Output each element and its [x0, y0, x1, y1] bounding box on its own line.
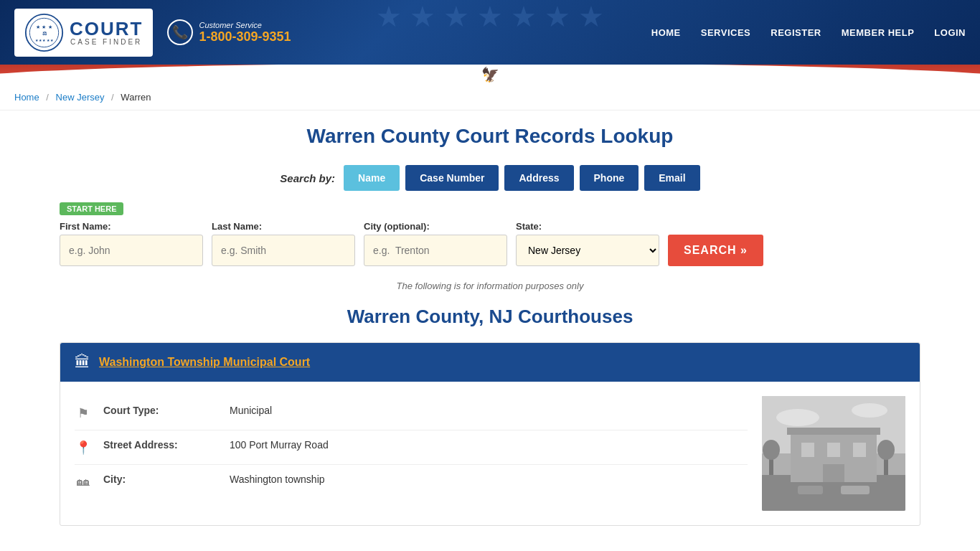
info-note: The following is for information purpose…	[60, 281, 920, 291]
header-left: ★ ★ ★ ⚖ ★ ★ ★ ★ ★ COURT CASE FINDER 📞 Cu…	[14, 9, 291, 57]
nav-member-help[interactable]: MEMBER HELP	[842, 27, 915, 38]
svg-text:★ ★ ★ ★ ★: ★ ★ ★ ★ ★	[35, 39, 54, 42]
breadcrumb: Home / New Jersey / Warren	[0, 85, 980, 110]
court-type-value: Municipal	[230, 405, 272, 416]
site-header: ★ ★ ★ ★ ★ ★ ★ ★ ★ ★ ⚖ ★ ★ ★ ★ ★ COURT CA…	[0, 0, 980, 65]
street-label: Street Address:	[103, 439, 218, 451]
state-group: State: New Jersey	[516, 221, 659, 266]
svg-rect-11	[787, 428, 880, 435]
search-by-row: Search by: Name Case Number Address Phon…	[60, 165, 920, 191]
courthouse-details: ⚑ Court Type: Municipal 📍 Street Address…	[75, 396, 748, 511]
arc-banner: ★ ★ ★ 🦅 ★ ★ ★	[0, 65, 980, 85]
start-here-badge: START HERE	[60, 202, 123, 215]
eagle-icon: 🦅	[481, 66, 499, 83]
logo-seal-icon: ★ ★ ★ ⚖ ★ ★ ★ ★ ★	[24, 13, 64, 52]
svg-point-17	[763, 440, 780, 460]
breadcrumb-sep-2: /	[111, 92, 114, 103]
first-name-label: First Name:	[60, 221, 203, 232]
svg-rect-12	[801, 443, 814, 457]
logo-text: COURT CASE FINDER	[70, 19, 143, 46]
court-type-row: ⚑ Court Type: Municipal	[75, 396, 748, 430]
logo-court-label: COURT	[70, 19, 143, 38]
svg-point-8	[852, 403, 887, 418]
customer-service: 📞 Customer Service 1-800-309-9351	[167, 19, 291, 45]
svg-rect-14	[853, 443, 866, 457]
last-name-input[interactable]	[212, 235, 355, 266]
header-stars-decoration: ★ ★ ★ ★ ★ ★ ★	[376, 0, 605, 33]
nav-login[interactable]: LOGIN	[934, 27, 966, 38]
court-type-icon: ⚑	[75, 405, 92, 421]
first-name-group: First Name:	[60, 221, 203, 266]
courthouse-building-icon: 🏛	[75, 353, 90, 372]
courthouse-header: 🏛 Washington Township Municipal Court	[60, 343, 920, 382]
search-button[interactable]: SEARCH »	[668, 235, 763, 266]
tab-email[interactable]: Email	[644, 165, 699, 191]
breadcrumb-state[interactable]: New Jersey	[56, 92, 105, 103]
city-group: City (optional):	[364, 221, 507, 266]
tab-address[interactable]: Address	[504, 165, 573, 191]
svg-point-19	[877, 440, 895, 460]
logo-container: ★ ★ ★ ⚖ ★ ★ ★ ★ ★ COURT CASE FINDER	[14, 9, 153, 57]
courthouse-body: ⚑ Court Type: Municipal 📍 Street Address…	[60, 382, 920, 525]
city-row: 🏘 City: Washington township	[75, 465, 748, 498]
breadcrumb-county: Warren	[121, 92, 151, 103]
nav-services[interactable]: SERVICES	[701, 27, 751, 38]
svg-rect-13	[827, 443, 840, 457]
svg-text:⚖: ⚖	[42, 30, 47, 37]
breadcrumb-home[interactable]: Home	[14, 92, 39, 103]
breadcrumb-sep-1: /	[46, 92, 49, 103]
svg-rect-15	[823, 464, 844, 482]
main-nav: HOME SERVICES REGISTER MEMBER HELP LOGIN	[651, 27, 966, 38]
nav-register[interactable]: REGISTER	[771, 27, 821, 38]
city-detail-value: Washington township	[230, 474, 325, 485]
city-icon: 🏘	[75, 474, 92, 489]
nav-home[interactable]: HOME	[651, 27, 681, 38]
main-content: Warren County Court Records Lookup Searc…	[31, 110, 949, 551]
last-name-group: Last Name:	[212, 221, 355, 266]
location-pin-icon: 📍	[75, 440, 92, 456]
state-label: State:	[516, 221, 659, 232]
street-address-row: 📍 Street Address: 100 Port Murray Road	[75, 430, 748, 465]
cs-label: Customer Service	[199, 21, 291, 29]
state-select[interactable]: New Jersey	[516, 235, 659, 266]
city-detail-label: City:	[103, 474, 218, 485]
svg-point-7	[776, 409, 819, 426]
city-label: City (optional):	[364, 221, 507, 232]
cs-phone: 1-800-309-9351	[199, 29, 291, 44]
form-row: First Name: Last Name: City (optional): …	[60, 221, 920, 266]
phone-icon: 📞	[167, 19, 193, 45]
courthouse-image	[762, 396, 905, 511]
tab-case-number[interactable]: Case Number	[405, 165, 499, 191]
stars-right: ★ ★ ★	[508, 71, 532, 79]
street-value: 100 Port Murray Road	[230, 439, 329, 451]
city-input[interactable]	[364, 235, 507, 266]
courthouse-building-image	[762, 396, 905, 511]
first-name-input[interactable]	[60, 235, 203, 266]
svg-rect-21	[841, 486, 870, 494]
tab-name[interactable]: Name	[344, 165, 400, 191]
stars-left: ★ ★ ★	[449, 71, 473, 79]
logo-case-finder-label: CASE FINDER	[70, 38, 143, 46]
search-form-section: START HERE First Name: Last Name: City (…	[60, 202, 920, 266]
search-by-label: Search by:	[280, 172, 335, 184]
court-type-label: Court Type:	[103, 405, 218, 416]
page-title: Warren County Court Records Lookup	[60, 125, 920, 148]
courthouse-name-link[interactable]: Washington Township Municipal Court	[99, 356, 310, 369]
courthouses-title: Warren County, NJ Courthouses	[60, 306, 920, 328]
tab-phone[interactable]: Phone	[580, 165, 639, 191]
svg-text:★ ★ ★: ★ ★ ★	[36, 24, 52, 30]
cs-text: Customer Service 1-800-309-9351	[199, 21, 291, 44]
svg-rect-20	[798, 486, 823, 494]
courthouse-card: 🏛 Washington Township Municipal Court ⚑ …	[60, 342, 920, 526]
last-name-label: Last Name:	[212, 221, 355, 232]
eagle-stars: ★ ★ ★ 🦅 ★ ★ ★	[449, 66, 531, 83]
